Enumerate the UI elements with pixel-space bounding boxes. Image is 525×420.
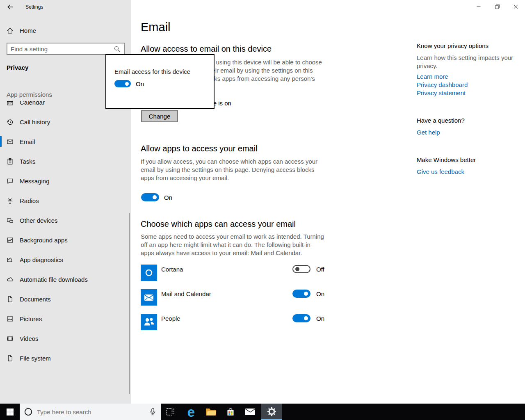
choose-section-description: Some apps need to access your email to w… [141, 233, 324, 257]
learn-more-link[interactable]: Learn more [417, 73, 468, 81]
description-line: apps always have access to your email: M… [141, 249, 324, 257]
sidebar-scrollbar[interactable] [129, 213, 130, 394]
description-line: off an app here might limit what it can … [141, 241, 324, 249]
cloud-icon [7, 276, 14, 283]
privacy-statement-link[interactable]: Privacy statement [417, 89, 468, 97]
task-view-icon [166, 407, 176, 417]
sidebar-item-messaging[interactable]: Messaging [0, 171, 131, 191]
access-section-heading: Allow access to email on this device [141, 44, 272, 54]
search-input[interactable] [7, 46, 114, 52]
mail-and-calendar-app-icon [141, 289, 157, 306]
app-diagnostics-icon [7, 256, 14, 263]
toggle-knob [153, 195, 157, 199]
description-line: email by using the settings on this page… [141, 166, 317, 174]
sidebar-item-app-diagnostics[interactable]: App diagnostics [0, 250, 131, 269]
toggle-knob [304, 316, 308, 320]
back-button[interactable] [7, 3, 14, 11]
flyout-email-access-toggle[interactable] [114, 80, 131, 87]
sidebar-item-file-system[interactable]: File system [0, 348, 131, 368]
cortana-toggle[interactable] [292, 265, 310, 273]
sidebar-item-pictures[interactable]: Pictures [0, 309, 131, 329]
sidebar-nav: Calendar Call history Email Tasks [0, 101, 131, 404]
mail-and-calendar-toggle-state: On [316, 290, 324, 297]
settings-window: Settings Home Privacy App permissions Ca… [0, 0, 525, 420]
search-box[interactable] [7, 43, 125, 55]
task-view-button[interactable] [161, 404, 180, 420]
sidebar-item-other-devices[interactable]: Other devices [0, 210, 131, 230]
settings-taskbar-button[interactable] [261, 404, 282, 420]
document-icon [7, 296, 14, 303]
description-line: Some apps need to access your email to w… [141, 233, 324, 241]
feedback-heading: Make Windows better [417, 156, 476, 163]
microphone-icon[interactable] [150, 408, 156, 416]
toggle-knob [304, 292, 308, 296]
question-heading: Have a question? [417, 117, 465, 124]
people-toggle-state: On [316, 315, 324, 322]
folder-icon [205, 408, 217, 416]
store-taskbar-button[interactable] [221, 404, 240, 420]
privacy-options-description: Learn how this setting impacts your priv… [417, 54, 517, 70]
sidebar-item-background-apps[interactable]: Background apps [0, 230, 131, 250]
search-icon[interactable] [114, 46, 121, 52]
home-label: Home [20, 27, 36, 34]
background-apps-icon [7, 237, 14, 244]
sidebar-item-automatic-file-downloads[interactable]: Automatic file downloads [0, 269, 131, 289]
store-icon [226, 407, 235, 417]
cortana-app-icon [141, 265, 157, 281]
privacy-dashboard-link[interactable]: Privacy dashboard [417, 81, 468, 89]
people-app-icon [141, 314, 157, 330]
home-icon [7, 27, 14, 34]
sidebar-item-email[interactable]: Email [0, 132, 131, 151]
sidebar-item-home[interactable]: Home [0, 23, 131, 38]
selected-accent-bar [0, 136, 2, 147]
people-toggle[interactable] [292, 314, 310, 322]
sidebar-item-videos[interactable]: Videos [0, 329, 131, 348]
file-explorer-taskbar-button[interactable] [201, 404, 221, 420]
email-icon [7, 138, 14, 145]
sidebar-item-radios[interactable]: Radios [0, 191, 131, 210]
mail-and-calendar-toggle[interactable] [292, 290, 310, 298]
app-name: People [161, 315, 180, 322]
videos-icon [7, 335, 14, 342]
cortana-circle-icon [24, 407, 33, 416]
edge-icon: e [187, 405, 195, 419]
edge-taskbar-button[interactable]: e [181, 404, 201, 420]
restore-button[interactable] [491, 1, 503, 12]
allow-apps-toggle-state: On [164, 194, 172, 201]
minimize-button[interactable] [472, 1, 485, 12]
allow-apps-toggle[interactable] [141, 193, 159, 201]
taskbar-search-box[interactable] [20, 404, 161, 420]
window-title: Settings [25, 4, 43, 10]
sidebar-item-tasks[interactable]: Tasks [0, 151, 131, 171]
apps-toggle-description: If you allow access, you can choose whic… [141, 158, 317, 182]
privacy-links: Learn more Privacy dashboard Privacy sta… [417, 73, 468, 97]
group-label: App permissions [7, 91, 52, 98]
choose-section-heading: Choose which apps can access your email [141, 219, 296, 229]
toggle-knob [125, 82, 129, 86]
taskbar: e The Collection Book 4:24 A [0, 404, 525, 420]
sidebar-item-documents[interactable]: Documents [0, 289, 131, 309]
get-help-link[interactable]: Get help [417, 128, 440, 137]
email-access-flyout: Email access for this device On [105, 54, 215, 109]
cortana-toggle-state: Off [316, 266, 324, 273]
call-history-icon [7, 119, 14, 126]
page-title: Email [141, 21, 171, 34]
sidebar-item-call-history[interactable]: Call history [0, 112, 131, 132]
change-button[interactable]: Change [141, 110, 178, 122]
gear-icon [267, 406, 277, 417]
start-button[interactable] [0, 404, 20, 420]
page-category-title: Privacy [7, 64, 28, 71]
messaging-icon [7, 178, 14, 185]
app-name: Mail and Calendar [161, 290, 211, 297]
privacy-options-heading: Know your privacy options [417, 42, 488, 49]
give-feedback-link[interactable]: Give us feedback [417, 168, 464, 176]
pictures-icon [7, 315, 14, 322]
other-devices-icon [7, 217, 14, 224]
close-button[interactable] [509, 1, 522, 12]
description-line: If you allow access, you can choose whic… [141, 158, 317, 166]
app-name: Cortana [161, 266, 183, 273]
taskbar-search-input[interactable] [33, 409, 150, 415]
mail-taskbar-button[interactable] [240, 404, 260, 420]
calendar-icon [7, 101, 14, 106]
apps-toggle-heading: Allow apps to access your email [141, 144, 258, 153]
